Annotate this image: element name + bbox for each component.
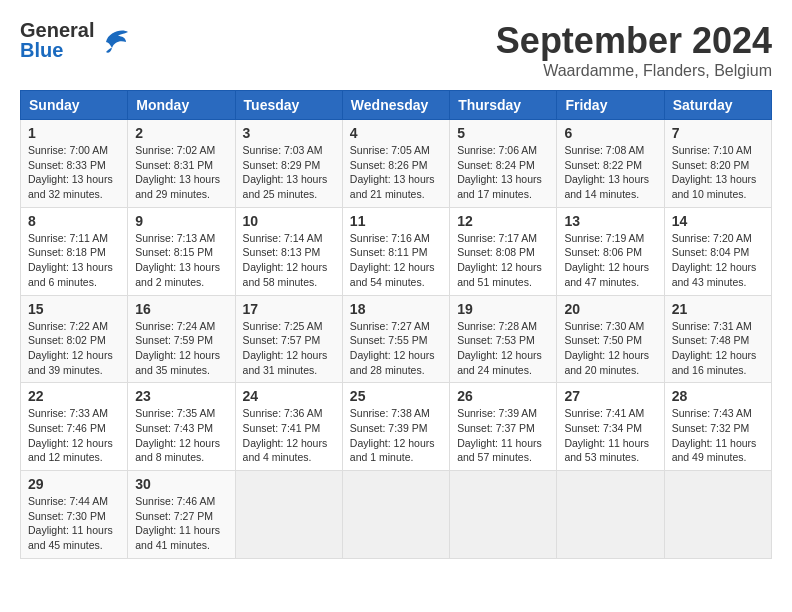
daylight-label: Daylight: 11 hours and 49 minutes.: [672, 437, 757, 464]
day-number: 21: [672, 301, 764, 317]
day-info: Sunrise: 7:24 AM Sunset: 7:59 PM Dayligh…: [135, 319, 227, 378]
sunrise-label: Sunrise: 7:28 AM: [457, 320, 537, 332]
logo-blue: Blue: [20, 40, 63, 60]
sunset-label: Sunset: 8:18 PM: [28, 246, 106, 258]
day-number: 12: [457, 213, 549, 229]
header-friday: Friday: [557, 91, 664, 120]
calendar-week-row: 15 Sunrise: 7:22 AM Sunset: 8:02 PM Dayl…: [21, 295, 772, 383]
day-number: 24: [243, 388, 335, 404]
calendar-header-row: Sunday Monday Tuesday Wednesday Thursday…: [21, 91, 772, 120]
table-row: 5 Sunrise: 7:06 AM Sunset: 8:24 PM Dayli…: [450, 120, 557, 208]
sunset-label: Sunset: 8:22 PM: [564, 159, 642, 171]
sunrise-label: Sunrise: 7:41 AM: [564, 407, 644, 419]
sunset-label: Sunset: 8:13 PM: [243, 246, 321, 258]
daylight-label: Daylight: 13 hours and 29 minutes.: [135, 173, 220, 200]
table-row: 27 Sunrise: 7:41 AM Sunset: 7:34 PM Dayl…: [557, 383, 664, 471]
daylight-label: Daylight: 11 hours and 41 minutes.: [135, 524, 220, 551]
sunset-label: Sunset: 7:46 PM: [28, 422, 106, 434]
table-row: 10 Sunrise: 7:14 AM Sunset: 8:13 PM Dayl…: [235, 207, 342, 295]
daylight-label: Daylight: 12 hours and 54 minutes.: [350, 261, 435, 288]
sunset-label: Sunset: 7:55 PM: [350, 334, 428, 346]
day-info: Sunrise: 7:41 AM Sunset: 7:34 PM Dayligh…: [564, 406, 656, 465]
daylight-label: Daylight: 13 hours and 17 minutes.: [457, 173, 542, 200]
header-monday: Monday: [128, 91, 235, 120]
day-info: Sunrise: 7:28 AM Sunset: 7:53 PM Dayligh…: [457, 319, 549, 378]
table-row: 20 Sunrise: 7:30 AM Sunset: 7:50 PM Dayl…: [557, 295, 664, 383]
table-row: [342, 471, 449, 559]
day-info: Sunrise: 7:14 AM Sunset: 8:13 PM Dayligh…: [243, 231, 335, 290]
day-number: 4: [350, 125, 442, 141]
daylight-label: Daylight: 12 hours and 1 minute.: [350, 437, 435, 464]
sunset-label: Sunset: 8:02 PM: [28, 334, 106, 346]
sunrise-label: Sunrise: 7:19 AM: [564, 232, 644, 244]
sunrise-label: Sunrise: 7:24 AM: [135, 320, 215, 332]
table-row: 16 Sunrise: 7:24 AM Sunset: 7:59 PM Dayl…: [128, 295, 235, 383]
table-row: 12 Sunrise: 7:17 AM Sunset: 8:08 PM Dayl…: [450, 207, 557, 295]
table-row: 2 Sunrise: 7:02 AM Sunset: 8:31 PM Dayli…: [128, 120, 235, 208]
day-info: Sunrise: 7:35 AM Sunset: 7:43 PM Dayligh…: [135, 406, 227, 465]
day-number: 26: [457, 388, 549, 404]
sunset-label: Sunset: 7:37 PM: [457, 422, 535, 434]
day-info: Sunrise: 7:20 AM Sunset: 8:04 PM Dayligh…: [672, 231, 764, 290]
table-row: 15 Sunrise: 7:22 AM Sunset: 8:02 PM Dayl…: [21, 295, 128, 383]
sunset-label: Sunset: 7:48 PM: [672, 334, 750, 346]
table-row: 18 Sunrise: 7:27 AM Sunset: 7:55 PM Dayl…: [342, 295, 449, 383]
day-number: 1: [28, 125, 120, 141]
daylight-label: Daylight: 12 hours and 39 minutes.: [28, 349, 113, 376]
daylight-label: Daylight: 11 hours and 45 minutes.: [28, 524, 113, 551]
day-info: Sunrise: 7:25 AM Sunset: 7:57 PM Dayligh…: [243, 319, 335, 378]
day-number: 13: [564, 213, 656, 229]
table-row: 21 Sunrise: 7:31 AM Sunset: 7:48 PM Dayl…: [664, 295, 771, 383]
sunrise-label: Sunrise: 7:36 AM: [243, 407, 323, 419]
day-number: 15: [28, 301, 120, 317]
day-number: 9: [135, 213, 227, 229]
page-header: General Blue September 2024 Waardamme, F…: [20, 20, 772, 80]
daylight-label: Daylight: 13 hours and 25 minutes.: [243, 173, 328, 200]
day-number: 3: [243, 125, 335, 141]
calendar-week-row: 22 Sunrise: 7:33 AM Sunset: 7:46 PM Dayl…: [21, 383, 772, 471]
table-row: 17 Sunrise: 7:25 AM Sunset: 7:57 PM Dayl…: [235, 295, 342, 383]
sunset-label: Sunset: 7:32 PM: [672, 422, 750, 434]
sunrise-label: Sunrise: 7:05 AM: [350, 144, 430, 156]
header-saturday: Saturday: [664, 91, 771, 120]
table-row: [450, 471, 557, 559]
day-number: 7: [672, 125, 764, 141]
header-thursday: Thursday: [450, 91, 557, 120]
table-row: 29 Sunrise: 7:44 AM Sunset: 7:30 PM Dayl…: [21, 471, 128, 559]
table-row: 22 Sunrise: 7:33 AM Sunset: 7:46 PM Dayl…: [21, 383, 128, 471]
daylight-label: Daylight: 12 hours and 8 minutes.: [135, 437, 220, 464]
day-info: Sunrise: 7:05 AM Sunset: 8:26 PM Dayligh…: [350, 143, 442, 202]
day-number: 2: [135, 125, 227, 141]
sunrise-label: Sunrise: 7:22 AM: [28, 320, 108, 332]
sunset-label: Sunset: 8:33 PM: [28, 159, 106, 171]
calendar-title: September 2024: [496, 20, 772, 62]
daylight-label: Daylight: 11 hours and 53 minutes.: [564, 437, 649, 464]
sunrise-label: Sunrise: 7:39 AM: [457, 407, 537, 419]
sunrise-label: Sunrise: 7:30 AM: [564, 320, 644, 332]
table-row: 3 Sunrise: 7:03 AM Sunset: 8:29 PM Dayli…: [235, 120, 342, 208]
daylight-label: Daylight: 12 hours and 51 minutes.: [457, 261, 542, 288]
daylight-label: Daylight: 13 hours and 10 minutes.: [672, 173, 757, 200]
sunrise-label: Sunrise: 7:31 AM: [672, 320, 752, 332]
day-info: Sunrise: 7:27 AM Sunset: 7:55 PM Dayligh…: [350, 319, 442, 378]
day-number: 17: [243, 301, 335, 317]
header-sunday: Sunday: [21, 91, 128, 120]
sunrise-label: Sunrise: 7:14 AM: [243, 232, 323, 244]
sunset-label: Sunset: 8:26 PM: [350, 159, 428, 171]
bird-icon: [98, 22, 134, 58]
table-row: 9 Sunrise: 7:13 AM Sunset: 8:15 PM Dayli…: [128, 207, 235, 295]
day-info: Sunrise: 7:17 AM Sunset: 8:08 PM Dayligh…: [457, 231, 549, 290]
table-row: 14 Sunrise: 7:20 AM Sunset: 8:04 PM Dayl…: [664, 207, 771, 295]
day-info: Sunrise: 7:00 AM Sunset: 8:33 PM Dayligh…: [28, 143, 120, 202]
sunset-label: Sunset: 7:43 PM: [135, 422, 213, 434]
daylight-label: Daylight: 13 hours and 2 minutes.: [135, 261, 220, 288]
sunset-label: Sunset: 7:57 PM: [243, 334, 321, 346]
sunrise-label: Sunrise: 7:11 AM: [28, 232, 108, 244]
sunrise-label: Sunrise: 7:00 AM: [28, 144, 108, 156]
sunset-label: Sunset: 8:06 PM: [564, 246, 642, 258]
day-info: Sunrise: 7:30 AM Sunset: 7:50 PM Dayligh…: [564, 319, 656, 378]
table-row: 24 Sunrise: 7:36 AM Sunset: 7:41 PM Dayl…: [235, 383, 342, 471]
sunset-label: Sunset: 7:27 PM: [135, 510, 213, 522]
calendar-week-row: 8 Sunrise: 7:11 AM Sunset: 8:18 PM Dayli…: [21, 207, 772, 295]
day-info: Sunrise: 7:11 AM Sunset: 8:18 PM Dayligh…: [28, 231, 120, 290]
